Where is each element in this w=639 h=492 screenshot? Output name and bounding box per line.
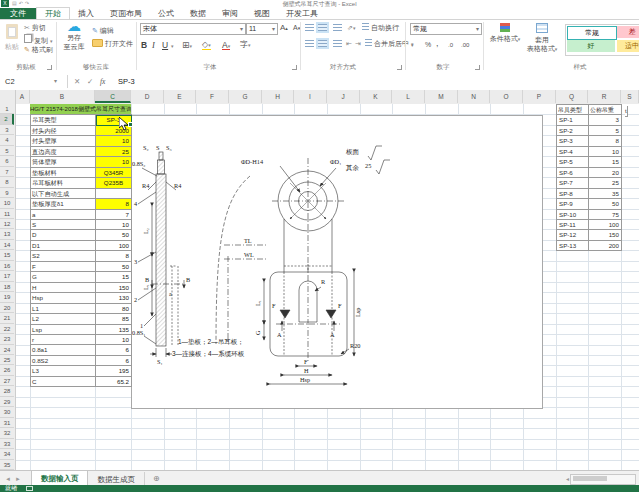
align-top-button[interactable] [305, 24, 314, 34]
open-file-button[interactable]: 打开文件 [92, 38, 133, 48]
parameter-value-cell[interactable]: 100 [96, 241, 132, 251]
standard-title-cell[interactable]: HG/T 21574-2018侧壁式吊耳尺寸查询 [30, 104, 131, 114]
macro-record-icon[interactable] [26, 486, 33, 491]
row-header-31[interactable]: 31 [0, 418, 14, 428]
row-header-20[interactable]: 20 [0, 303, 14, 313]
row-header-24[interactable]: 24 [0, 345, 14, 355]
column-header-P[interactable]: P [523, 90, 556, 103]
parameter-value-cell[interactable]: 80 [96, 304, 132, 314]
row-header-12[interactable]: 12 [0, 219, 14, 229]
parameter-label-cell[interactable]: H [31, 283, 96, 293]
parameter-label-cell[interactable]: G [31, 272, 96, 282]
grow-font-button[interactable]: A▴ [280, 23, 288, 33]
parameter-value-cell[interactable]: 150 [96, 283, 132, 293]
row-header-8[interactable]: 8 [0, 177, 14, 187]
parameter-value-cell[interactable]: 6 [96, 356, 132, 366]
tab-developer[interactable]: 开发工具 [278, 8, 326, 19]
column-header-S[interactable]: S [621, 90, 639, 103]
parameter-value-cell[interactable]: 10 [96, 220, 132, 230]
format-as-table-button[interactable]: 套用表格格式▾ [524, 23, 560, 54]
borders-button[interactable]: ⊞▾ [182, 40, 192, 50]
row-header-3[interactable]: 3 [0, 125, 14, 135]
parameter-value-cell[interactable]: 10 [96, 136, 132, 146]
italic-button[interactable]: I [152, 40, 155, 50]
orientation-button[interactable]: ⇗▾ [347, 23, 355, 33]
lug-drawing-image[interactable]: S₂ S S₃ 0.8S₂ 4 R4 R4 3 2 1 L₂ L₁ a TL W… [131, 115, 543, 409]
parameter-label-cell[interactable]: 以下自动生成 [31, 189, 96, 199]
lug-type-cell[interactable]: SP-8 [557, 189, 589, 199]
insert-function-icon[interactable]: fx [100, 75, 105, 88]
column-header-O[interactable]: O [490, 90, 523, 103]
parameter-label-cell[interactable]: L1 [31, 304, 96, 314]
parameter-label-cell[interactable]: 垫板材料 [31, 168, 96, 178]
row-header-26[interactable]: 26 [0, 365, 14, 375]
horizontal-scrollbar-thumb[interactable] [573, 476, 607, 481]
row-header-34[interactable]: 34 [0, 449, 14, 459]
nominal-load-cell[interactable]: 15 [589, 157, 622, 167]
row-header-21[interactable]: 21 [0, 313, 14, 323]
lug-type-cell[interactable]: SP-10 [557, 210, 589, 220]
nominal-load-cell[interactable]: 35 [589, 189, 622, 199]
parameter-label-cell[interactable]: D1 [31, 241, 96, 251]
number-format-combo[interactable]: 常规▾ [410, 23, 482, 35]
tab-formulas[interactable]: 公式 [150, 8, 182, 19]
cloud-edit-button[interactable]: ✎ 编辑 [92, 26, 114, 36]
parameter-value-cell[interactable]: 195 [96, 366, 132, 376]
column-header-Q[interactable]: Q [556, 90, 588, 103]
tab-file[interactable]: 文件 [0, 8, 36, 19]
name-box-dropdown-icon[interactable]: ▾ [54, 75, 57, 88]
row-header-17[interactable]: 17 [0, 271, 14, 281]
save-to-cloud-button[interactable]: ☁ 另存至云库 [60, 22, 88, 51]
parameter-label-cell[interactable]: 0.8a1 [31, 345, 96, 355]
parameter-value-cell[interactable]: 85 [96, 314, 132, 324]
align-bottom-button[interactable] [333, 24, 342, 34]
column-header-L[interactable]: L [392, 90, 425, 103]
parameter-label-cell[interactable]: 垫板厚度δ1 [31, 199, 96, 209]
align-middle-button[interactable] [318, 24, 327, 34]
lug-type-cell[interactable]: SP-9 [557, 199, 589, 209]
bold-button[interactable]: B [141, 40, 147, 50]
parameter-label-cell[interactable]: L2 [31, 314, 96, 324]
nominal-load-cell[interactable]: 200 [589, 241, 622, 251]
parameter-value-cell[interactable]: 50 [96, 262, 132, 272]
parameter-value-cell[interactable]: Q235B [96, 178, 132, 188]
font-dialog-launcher[interactable] [292, 65, 297, 70]
row-header-35[interactable]: 35 [0, 460, 14, 470]
row-header-33[interactable]: 33 [0, 439, 14, 449]
parameter-label-cell[interactable]: 吊耳类型 [31, 115, 96, 125]
fill-color-button[interactable]: ◇▾ [202, 40, 211, 50]
parameter-value-cell[interactable]: 25 [96, 147, 132, 157]
conditional-formatting-button[interactable]: 条件格式▾ [488, 23, 522, 44]
parameter-label-cell[interactable]: 0.8S2 [31, 356, 96, 366]
sheet-nav[interactable]: ◄► [0, 476, 31, 482]
alignment-dialog-launcher[interactable] [397, 65, 402, 70]
column-header-M[interactable]: M [425, 90, 458, 103]
row-header-28[interactable]: 28 [0, 386, 14, 396]
row-header-25[interactable]: 25 [0, 355, 14, 365]
parameter-label-cell[interactable]: 封头内径 [31, 126, 96, 136]
cancel-icon[interactable]: ✕ [74, 75, 80, 88]
row-header-4[interactable]: 4 [0, 135, 14, 145]
nominal-load-cell[interactable]: 5 [589, 126, 622, 136]
style-good[interactable]: 好 [567, 40, 615, 52]
tab-review[interactable]: 审阅 [214, 8, 246, 19]
new-sheet-icon[interactable]: ⊕ [145, 474, 168, 483]
column-header-R[interactable]: R [588, 90, 621, 103]
underline-dropdown[interactable]: ▾ [171, 41, 174, 51]
hscroll-left-icon[interactable]: ◂ [566, 475, 569, 482]
column-header-B[interactable]: B [30, 90, 95, 103]
row-header-29[interactable]: 29 [0, 397, 14, 407]
parameter-label-cell[interactable]: D [31, 230, 96, 240]
parameter-value-cell[interactable]: 8 [96, 251, 132, 261]
increase-indent-button[interactable]: ⇥ [355, 39, 361, 49]
parameter-label-cell[interactable]: S2 [31, 251, 96, 261]
parameter-label-cell[interactable]: L3 [31, 366, 96, 376]
row-header-9[interactable]: 9 [0, 188, 14, 198]
lug-type-cell[interactable]: SP-7 [557, 178, 589, 188]
column-header-D[interactable]: D [131, 90, 164, 103]
column-header-I[interactable]: I [294, 90, 327, 103]
parameter-value-cell[interactable]: 130 [96, 293, 132, 303]
nominal-load-cell[interactable]: 10 [589, 147, 622, 157]
lug-type-header-cell[interactable]: 吊具类型 [557, 105, 589, 115]
next-sheet-icon[interactable]: ► [15, 476, 25, 482]
